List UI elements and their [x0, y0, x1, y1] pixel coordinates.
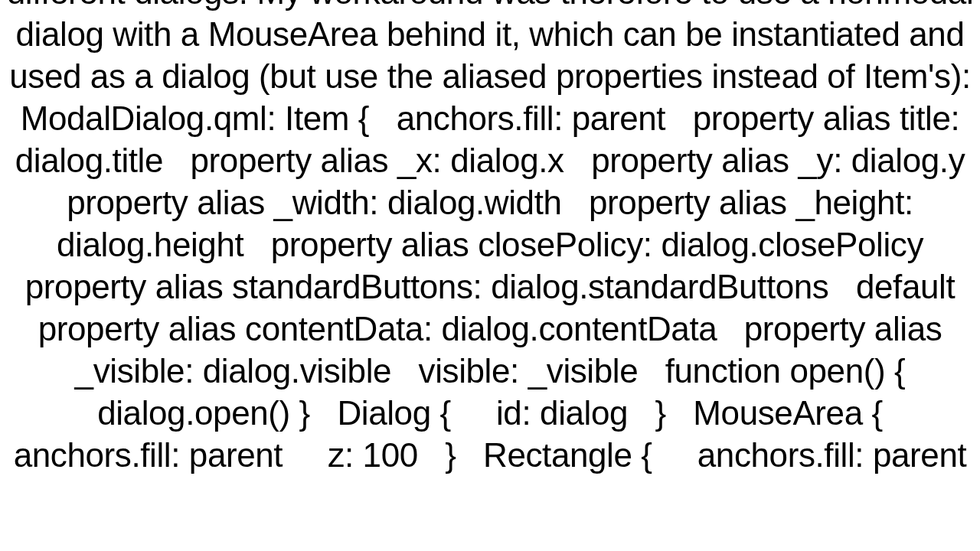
document-body-text: different dialogs. My workaround was the… — [0, 0, 980, 476]
